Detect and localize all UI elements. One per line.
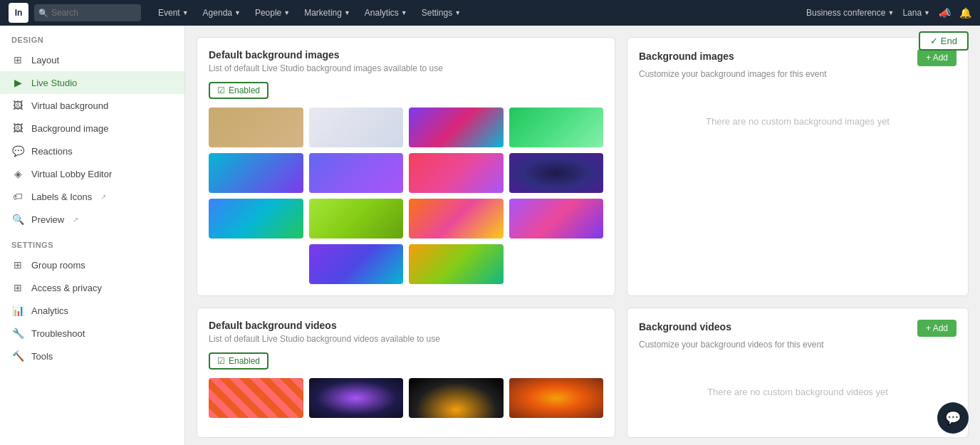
sidebar-item-preview[interactable]: 🔍 Preview ↗ — [0, 208, 184, 231]
conference-name[interactable]: Business conference ▼ — [806, 8, 894, 18]
labels-icon: 🏷 — [11, 191, 24, 202]
labels-external-icon: ↗ — [100, 193, 106, 201]
lobby-editor-icon: ◈ — [11, 168, 24, 179]
custom-bg-images-empty: There are no custom background images ye… — [639, 88, 956, 155]
settings-section-title: SETTINGS — [0, 231, 184, 253]
search-input[interactable] — [34, 4, 141, 21]
nav-event[interactable]: Event ▼ — [152, 5, 194, 21]
access-privacy-icon: ⊞ — [11, 282, 24, 293]
sidebar-item-access-privacy[interactable]: ⊞ Access & privacy — [0, 276, 184, 299]
search-wrapper: 🔍 — [34, 4, 141, 21]
bg-thumb-11[interactable] — [409, 199, 504, 239]
end-check-icon: ✓ — [930, 36, 938, 46]
custom-bg-videos-subtitle: Customize your background videos for thi… — [639, 340, 956, 350]
reactions-icon: 💬 — [11, 145, 24, 157]
vid-thumb-1[interactable] — [209, 378, 303, 418]
vid-thumb-4[interactable] — [509, 378, 604, 418]
add-bg-video-button[interactable]: + Add — [917, 320, 956, 337]
background-videos-row: Default background videos List of defaul… — [197, 308, 969, 438]
troubleshoot-icon: 🔧 — [11, 328, 24, 339]
vid-thumb-3[interactable] — [409, 378, 504, 418]
analytics-icon: 📊 — [11, 305, 24, 316]
custom-bg-images-title: Background images — [639, 51, 734, 62]
default-bg-videos-card: Default background videos List of defaul… — [197, 308, 615, 438]
logo: In — [9, 3, 28, 23]
default-bg-images-subtitle: List of default Live Studio background i… — [209, 63, 603, 73]
custom-bg-images-header: Background images + Add — [639, 49, 956, 66]
preview-external-icon: ↗ — [73, 216, 78, 224]
design-section-title: DESIGN — [0, 26, 184, 48]
end-button[interactable]: ✓ End — [919, 31, 969, 51]
bg-image-icon: 🖼 — [11, 122, 24, 134]
event-arrow: ▼ — [182, 9, 189, 16]
group-rooms-icon: ⊞ — [11, 259, 24, 271]
nav-marketing[interactable]: Marketing ▼ — [298, 5, 356, 21]
bg-thumb-10[interactable] — [309, 199, 404, 239]
nav-analytics[interactable]: Analytics ▼ — [359, 5, 413, 21]
videos-enabled-check-icon: ☑ — [217, 356, 225, 366]
sidebar-item-troubleshoot[interactable]: 🔧 Troubleshoot — [0, 322, 184, 345]
sidebar: DESIGN ⊞ Layout ▶ Live Studio 🖼 Virtual … — [0, 26, 185, 445]
bg-thumb-13[interactable] — [309, 244, 404, 284]
bg-thumb-14[interactable] — [409, 244, 504, 284]
bg-thumb-1[interactable] — [209, 108, 303, 147]
bg-thumb-9[interactable] — [209, 199, 303, 239]
bell-icon[interactable]: 🔔 — [959, 7, 971, 19]
custom-bg-videos-header: Background videos + Add — [639, 320, 956, 337]
custom-bg-images-card: Background images + Add Customize your b… — [627, 37, 969, 296]
page-wrapper: DESIGN ⊞ Layout ▶ Live Studio 🖼 Virtual … — [0, 26, 980, 445]
nav-settings[interactable]: Settings ▼ — [416, 5, 466, 21]
live-studio-icon: ▶ — [11, 77, 24, 88]
sidebar-item-virtual-lobby-editor[interactable]: ◈ Virtual Lobby Editor — [0, 162, 184, 185]
people-arrow: ▼ — [283, 9, 290, 16]
virtual-bg-icon: 🖼 — [11, 100, 24, 111]
bg-thumb-7[interactable] — [409, 153, 504, 193]
agenda-arrow: ▼ — [234, 9, 241, 16]
default-bg-images-card: Default background images List of defaul… — [197, 37, 615, 296]
enabled-check-icon: ☑ — [217, 85, 225, 95]
sidebar-item-tools[interactable]: 🔨 Tools — [0, 345, 184, 367]
sidebar-item-layout[interactable]: ⊞ Layout — [0, 48, 184, 71]
bg-videos-grid — [209, 378, 603, 418]
analytics-arrow: ▼ — [401, 9, 407, 16]
nav-agenda[interactable]: Agenda ▼ — [197, 5, 246, 21]
sidebar-item-reactions[interactable]: 💬 Reactions — [0, 140, 184, 162]
main-content: Default background images List of defaul… — [185, 26, 980, 445]
bg-thumb-12[interactable] — [509, 199, 604, 239]
top-navigation: In 🔍 Event ▼ Agenda ▼ People ▼ Marketing… — [0, 0, 980, 26]
sidebar-item-analytics[interactable]: 📊 Analytics — [0, 299, 184, 322]
custom-bg-videos-title: Background videos — [639, 321, 731, 333]
default-bg-videos-subtitle: List of default Live Studio background v… — [209, 334, 603, 344]
bg-thumb-2[interactable] — [309, 108, 404, 147]
default-bg-images-title: Default background images — [209, 49, 603, 61]
bg-thumb-8[interactable] — [509, 153, 604, 193]
bg-images-grid — [209, 108, 603, 284]
bg-thumb-6[interactable] — [309, 153, 404, 193]
nav-people[interactable]: People ▼ — [249, 5, 296, 21]
vid-thumb-2[interactable] — [309, 378, 404, 418]
nav-items: Event ▼ Agenda ▼ People ▼ Marketing ▼ An… — [152, 5, 466, 21]
bg-videos-enabled-badge[interactable]: ☑ Enabled — [209, 352, 269, 370]
chat-fab-button[interactable]: 💬 — [937, 402, 969, 434]
tools-icon: 🔨 — [11, 350, 24, 362]
sidebar-item-virtual-background[interactable]: 🖼 Virtual background — [0, 94, 184, 117]
sidebar-item-labels-icons[interactable]: 🏷 Labels & Icons ↗ — [0, 185, 184, 208]
bg-thumb-4[interactable] — [509, 108, 604, 147]
sidebar-item-background-image[interactable]: 🖼 Background image — [0, 117, 184, 140]
settings-arrow: ▼ — [454, 9, 461, 16]
bg-images-enabled-badge[interactable]: ☑ Enabled — [209, 82, 269, 99]
marketing-arrow: ▼ — [344, 9, 350, 16]
default-bg-videos-title: Default background videos — [209, 320, 603, 331]
bg-thumb-5[interactable] — [209, 153, 303, 193]
megaphone-icon[interactable]: 📣 — [939, 7, 951, 19]
bg-thumb-3[interactable] — [409, 108, 504, 147]
custom-bg-videos-empty: There are no custom background videos ye… — [639, 358, 956, 426]
top-nav-right: Business conference ▼ Lana ▼ 📣 🔔 — [806, 7, 971, 19]
preview-icon: 🔍 — [11, 214, 24, 225]
user-name[interactable]: Lana ▼ — [902, 8, 930, 18]
sidebar-item-group-rooms[interactable]: ⊞ Group rooms — [0, 253, 184, 276]
custom-bg-images-subtitle: Customize your background images for thi… — [639, 69, 956, 79]
add-bg-image-button[interactable]: + Add — [917, 49, 956, 66]
sidebar-item-live-studio[interactable]: ▶ Live Studio — [0, 71, 184, 94]
custom-bg-videos-card: Background videos + Add Customize your b… — [627, 308, 969, 438]
